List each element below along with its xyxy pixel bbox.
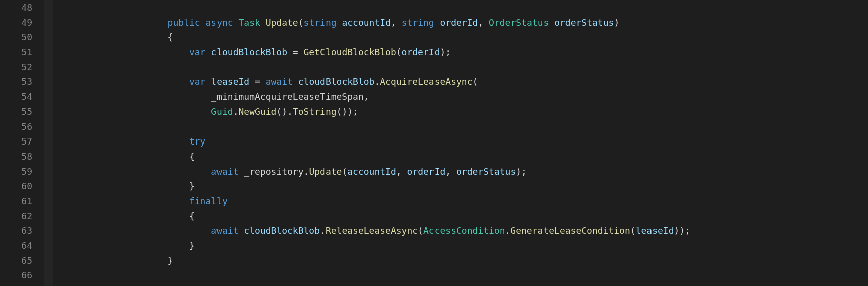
- token-plain: .: [505, 225, 511, 236]
- code-line[interactable]: await cloudBlockBlob.ReleaseLeaseAsync(A…: [53, 223, 868, 238]
- token-var: cloudBlockBlob: [298, 76, 375, 87]
- token-field: _repository: [244, 166, 303, 177]
- code-line[interactable]: try: [53, 134, 868, 149]
- code-line[interactable]: [53, 119, 868, 134]
- token-kw: var: [189, 47, 206, 57]
- code-line[interactable]: await _repository.Update(accountId, orde…: [53, 164, 868, 179]
- token-type: Task: [238, 17, 260, 28]
- token-plain: ,: [396, 166, 407, 177]
- line-number: 61: [8, 194, 32, 209]
- token-plain: (: [473, 76, 478, 87]
- token-plain: [200, 17, 206, 28]
- token-plain: [205, 76, 211, 87]
- token-plain: (: [298, 17, 304, 28]
- token-plain: =: [287, 47, 304, 57]
- token-plain: [233, 17, 239, 28]
- token-plain: }: [189, 181, 195, 191]
- token-method: ReleaseLeaseAsync: [325, 225, 418, 236]
- token-var: leaseId: [636, 225, 674, 236]
- line-number: 58: [8, 149, 32, 164]
- line-number: 56: [8, 119, 32, 134]
- code-line[interactable]: _minimumAcquireLeaseTimeSpan,: [53, 89, 868, 104]
- line-number: 52: [8, 60, 32, 75]
- token-plain: }: [189, 240, 195, 251]
- line-number: 50: [8, 30, 32, 45]
- code-line[interactable]: Guid.NewGuid().ToString());: [53, 104, 868, 119]
- code-line[interactable]: }: [53, 179, 868, 194]
- token-type: OrderStatus: [489, 17, 549, 28]
- code-line[interactable]: {: [53, 149, 868, 164]
- gutter-border: [44, 0, 53, 286]
- token-plain: (: [342, 166, 347, 177]
- token-plain: ().: [276, 106, 293, 117]
- token-param: orderId: [440, 17, 478, 28]
- code-line[interactable]: [53, 60, 868, 75]
- token-var: accountId: [347, 166, 396, 177]
- token-plain: );: [516, 166, 527, 177]
- line-number: 55: [8, 104, 32, 119]
- line-number: 63: [8, 223, 32, 238]
- token-plain: .: [374, 76, 380, 87]
- token-plain: [293, 76, 298, 87]
- code-line[interactable]: [53, 0, 868, 15]
- line-number: 57: [8, 134, 32, 149]
- token-type: AccessCondition: [423, 225, 505, 236]
- token-kw: await: [266, 76, 293, 87]
- token-method: NewGuid: [238, 106, 276, 117]
- code-line[interactable]: finally: [53, 194, 868, 209]
- token-type: Guid: [211, 106, 233, 117]
- token-kw: finally: [189, 196, 228, 206]
- line-number: 53: [8, 74, 32, 89]
- line-number: 49: [8, 15, 32, 30]
- line-number: 66: [8, 268, 32, 283]
- token-plain: [435, 17, 440, 28]
- token-var: orderId: [407, 166, 445, 177]
- token-var: orderId: [402, 47, 440, 57]
- line-number: 62: [8, 209, 32, 224]
- code-line[interactable]: }: [53, 238, 868, 253]
- token-plain: }: [168, 255, 173, 266]
- token-plain: [238, 166, 244, 177]
- token-method: GenerateLeaseCondition: [510, 225, 630, 236]
- token-kw: string: [402, 17, 435, 28]
- token-plain: .: [320, 225, 325, 236]
- token-kw: async: [205, 17, 233, 28]
- line-number: 48: [8, 0, 32, 15]
- line-number: 60: [8, 179, 32, 194]
- token-var: leaseId: [211, 76, 249, 87]
- token-method: GetCloudBlockBlob: [304, 47, 396, 57]
- code-editor-content[interactable]: public async Task Update(string accountI…: [53, 0, 868, 286]
- code-line[interactable]: [53, 268, 868, 283]
- token-param: orderStatus: [554, 17, 614, 28]
- token-var: cloudBlockBlob: [244, 225, 320, 236]
- code-line[interactable]: public async Task Update(string accountI…: [53, 15, 868, 30]
- token-plain: (: [396, 47, 402, 57]
- token-plain: (: [630, 225, 636, 236]
- token-kw: try: [189, 136, 206, 147]
- token-plain: ,: [445, 166, 456, 177]
- code-line[interactable]: {: [53, 209, 868, 224]
- token-plain: );: [440, 47, 451, 57]
- token-plain: ));: [674, 225, 690, 236]
- line-number: 54: [8, 89, 32, 104]
- token-plain: [238, 225, 244, 236]
- code-line[interactable]: var cloudBlockBlob = GetCloudBlockBlob(o…: [53, 45, 868, 60]
- token-plain: ): [614, 17, 619, 28]
- line-number-gutter: 48495051525354555657585960616263646566: [0, 0, 44, 286]
- token-kw: await: [211, 225, 238, 236]
- token-var: orderStatus: [456, 166, 516, 177]
- token-plain: [337, 17, 342, 28]
- token-plain: ());: [337, 106, 358, 117]
- line-number: 51: [8, 45, 32, 60]
- token-plain: {: [189, 151, 195, 162]
- code-line[interactable]: {: [53, 30, 868, 45]
- token-kw: string: [304, 17, 337, 28]
- code-line[interactable]: var leaseId = await cloudBlockBlob.Acqui…: [53, 74, 868, 89]
- token-method: Update: [309, 166, 342, 177]
- token-kw: public: [168, 17, 200, 28]
- token-plain: {: [168, 32, 173, 42]
- code-line[interactable]: }: [53, 253, 868, 268]
- token-plain: [260, 17, 266, 28]
- token-plain: [205, 47, 211, 57]
- token-method: AcquireLeaseAsync: [380, 76, 472, 87]
